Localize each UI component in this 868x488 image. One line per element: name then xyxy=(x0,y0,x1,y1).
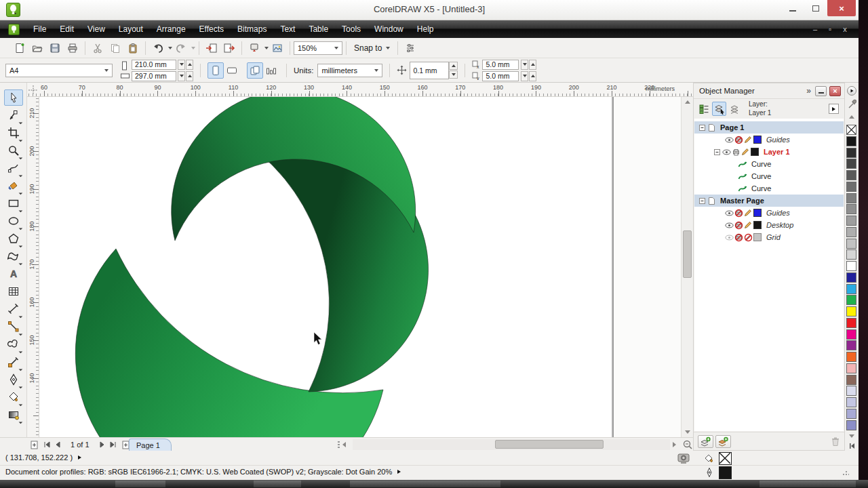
visibility-eye-icon[interactable] xyxy=(724,235,734,241)
new-layer-button[interactable] xyxy=(698,435,713,448)
page-height-field[interactable]: 297.0 mm xyxy=(132,71,176,81)
next-page-button[interactable] xyxy=(100,441,105,448)
zoom-tool[interactable] xyxy=(4,142,23,159)
palette-swatch[interactable] xyxy=(846,397,856,407)
expander-icon[interactable] xyxy=(697,198,707,204)
resize-grip[interactable] xyxy=(842,469,849,476)
minimize-button[interactable] xyxy=(781,0,804,16)
landscape-button[interactable] xyxy=(224,62,240,79)
palette-swatch[interactable] xyxy=(846,272,856,283)
first-page-button[interactable] xyxy=(43,441,50,448)
new-master-layer-button[interactable] xyxy=(715,435,731,448)
smart-fill-tool[interactable] xyxy=(4,178,23,194)
connector-tool[interactable] xyxy=(4,319,23,335)
vertical-ruler[interactable]: 210200190180170160150140 millimeters xyxy=(27,97,39,437)
palette-swatch[interactable] xyxy=(846,136,856,146)
palette-eyedropper-icon[interactable] xyxy=(847,99,856,110)
units-combo[interactable]: millimeters xyxy=(317,64,382,77)
visibility-eye-icon[interactable] xyxy=(722,149,731,155)
save-button[interactable] xyxy=(46,40,64,56)
zoom-level-combo[interactable]: 150% xyxy=(294,41,342,55)
edit-pencil-icon[interactable] xyxy=(743,136,753,144)
open-button[interactable] xyxy=(28,40,46,56)
palette-swatch[interactable] xyxy=(846,249,856,260)
palette-expand-button[interactable] xyxy=(849,443,856,449)
application-launcher-button[interactable] xyxy=(245,40,263,56)
zoom-fit-button[interactable] xyxy=(682,439,693,450)
visibility-eye-icon[interactable] xyxy=(724,210,734,216)
layer-color-swatch[interactable] xyxy=(753,209,762,217)
interactive-fill-tool[interactable] xyxy=(4,407,23,423)
outline-color-swatch[interactable] xyxy=(719,466,732,479)
tree-row-master-page[interactable]: Master Page xyxy=(694,195,844,207)
rectangle-tool[interactable] xyxy=(4,195,23,211)
drawing-canvas[interactable] xyxy=(39,97,681,437)
tree-row-grid[interactable]: Grid xyxy=(694,231,844,243)
add-page-start-button[interactable] xyxy=(30,440,39,449)
menu-view[interactable]: View xyxy=(81,22,112,37)
horizontal-scroll-thumb[interactable] xyxy=(495,440,604,449)
shape-tool[interactable] xyxy=(4,107,23,123)
palette-swatch[interactable] xyxy=(846,318,856,328)
menu-help[interactable]: Help xyxy=(410,22,441,37)
palette-swatch[interactable] xyxy=(846,386,856,396)
docker-close-button[interactable]: × xyxy=(829,86,841,96)
width-spin-up[interactable] xyxy=(186,60,193,70)
menu-text[interactable]: Text xyxy=(273,22,302,37)
palette-swatch[interactable] xyxy=(846,182,856,192)
palette-flyout-button[interactable] xyxy=(847,86,856,96)
palette-swatch[interactable] xyxy=(846,170,856,180)
edit-pencil-icon[interactable] xyxy=(743,221,753,229)
menu-edit[interactable]: Edit xyxy=(53,22,81,37)
visibility-eye-icon[interactable] xyxy=(724,137,734,143)
duplicate-x-field[interactable]: 5.0 mm xyxy=(482,60,519,70)
palette-swatch[interactable] xyxy=(846,420,856,430)
tree-row-guides-master[interactable]: Guides xyxy=(694,207,844,219)
import-button[interactable] xyxy=(203,40,220,56)
dup-x-up[interactable] xyxy=(529,60,536,70)
tree-row-curve2[interactable]: Curve xyxy=(694,170,844,182)
pick-tool[interactable] xyxy=(4,89,23,106)
options-button[interactable] xyxy=(401,40,419,56)
blend-tool[interactable] xyxy=(4,336,23,352)
portrait-button[interactable] xyxy=(208,62,224,79)
width-spin-down[interactable] xyxy=(178,60,185,70)
palette-swatch[interactable] xyxy=(846,216,856,226)
scroll-left-arrow[interactable] xyxy=(342,442,346,447)
expander-icon[interactable] xyxy=(712,149,722,155)
paste-button[interactable] xyxy=(124,40,142,56)
palette-swatch[interactable] xyxy=(846,193,856,203)
palette-swatch[interactable] xyxy=(846,159,856,169)
tree-row-page1[interactable]: Page 1 xyxy=(694,121,844,134)
scroll-down-arrow[interactable] xyxy=(685,430,690,434)
print-disabled-icon[interactable] xyxy=(734,233,743,242)
horizontal-scrollbar[interactable] xyxy=(353,439,670,450)
ellipse-tool[interactable] xyxy=(4,213,23,229)
docker-collapse-button[interactable] xyxy=(815,86,827,96)
edit-pencil-icon[interactable] xyxy=(741,148,750,156)
fill-color-icon[interactable] xyxy=(703,453,716,464)
doc-restore-button[interactable]: ▫ xyxy=(826,26,834,33)
tree-row-desktop[interactable]: Desktop xyxy=(694,219,844,231)
palette-swatch[interactable] xyxy=(846,239,856,249)
doc-close-button[interactable]: x xyxy=(841,26,849,33)
menu-file[interactable]: File xyxy=(26,22,53,37)
windows-taskbar[interactable] xyxy=(0,480,868,488)
palette-swatch[interactable] xyxy=(846,204,856,214)
print-button[interactable] xyxy=(64,40,81,56)
show-object-properties-button[interactable] xyxy=(696,102,711,116)
visibility-eye-icon[interactable] xyxy=(724,222,734,228)
text-tool[interactable]: A xyxy=(4,266,23,282)
undo-button[interactable] xyxy=(149,40,167,56)
expander-icon[interactable] xyxy=(697,125,707,131)
dup-x-down[interactable] xyxy=(521,60,528,70)
close-button[interactable]: × xyxy=(827,0,856,16)
page-preset-combo[interactable]: A4 xyxy=(5,64,113,77)
current-page-button[interactable] xyxy=(263,62,279,79)
height-spin-down[interactable] xyxy=(178,71,185,81)
print-enabled-icon[interactable] xyxy=(731,148,741,157)
palette-swatch[interactable] xyxy=(846,227,856,237)
palette-swatch[interactable] xyxy=(846,329,856,340)
fill-none-swatch[interactable] xyxy=(719,452,732,465)
dup-y-down[interactable] xyxy=(521,71,528,81)
